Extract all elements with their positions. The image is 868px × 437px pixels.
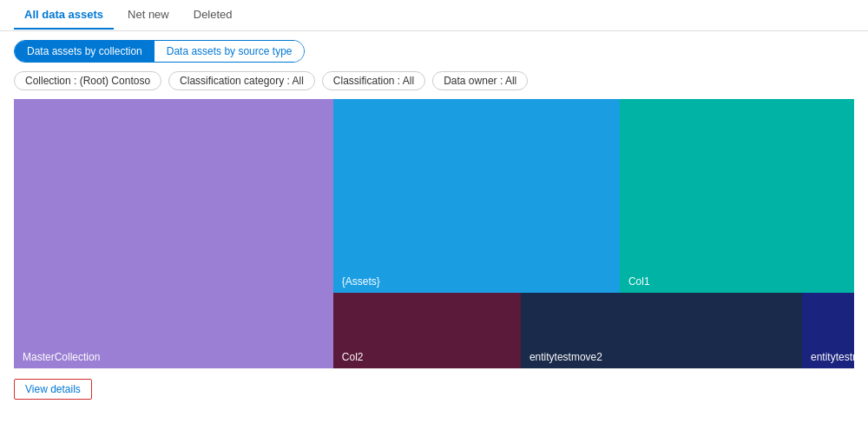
block-col1[interactable]: Col1 [620, 99, 854, 293]
block-col1-label: Col1 [628, 275, 650, 288]
filter-classification[interactable]: Classification : All [322, 71, 425, 90]
block-col2-label: Col2 [342, 351, 364, 363]
toggle-by-collection[interactable]: Data assets by collection [15, 41, 155, 62]
block-assets-label: {Assets} [342, 275, 380, 288]
filter-classification-category[interactable]: Classification category : All [168, 71, 315, 90]
controls-row: Data assets by collection Data assets by… [0, 31, 868, 71]
block-entity2[interactable]: entitytestmove2 [521, 293, 802, 368]
treemap-area: MasterCollection {Assets} Col1 Col2 enti… [14, 99, 854, 368]
top-tabs: All data assets Net new Deleted [0, 0, 868, 31]
view-toggle: Data assets by collection Data assets by… [14, 40, 305, 63]
block-entity2-label: entitytestmove2 [529, 351, 602, 363]
block-entitymov[interactable]: entitytestmov... [802, 293, 854, 368]
tab-net-new[interactable]: Net new [117, 1, 180, 30]
filter-collection[interactable]: Collection : (Root) Contoso [14, 71, 161, 90]
block-col2[interactable]: Col2 [333, 293, 521, 368]
tab-deleted[interactable]: Deleted [183, 1, 243, 30]
block-master-label: MasterCollection [23, 351, 100, 363]
right-bottom: Col2 entitytestmove2 entitytestmov... [333, 293, 854, 368]
right-side: {Assets} Col1 Col2 entitytestmove2 entit… [333, 99, 854, 368]
right-top: {Assets} Col1 [333, 99, 854, 293]
block-entitymov-label: entitytestmov... [811, 351, 854, 363]
tab-all-data-assets[interactable]: All data assets [14, 1, 114, 30]
filter-row: Collection : (Root) Contoso Classificati… [0, 71, 868, 99]
view-details-button[interactable]: View details [14, 379, 92, 400]
block-assets[interactable]: {Assets} [333, 99, 620, 293]
filter-data-owner[interactable]: Data owner : All [432, 71, 528, 90]
treemap-container: MasterCollection {Assets} Col1 Col2 enti… [14, 99, 854, 368]
toggle-by-source-type[interactable]: Data assets by source type [155, 41, 305, 62]
block-master-collection[interactable]: MasterCollection [14, 99, 333, 368]
view-details-row: View details [0, 368, 868, 410]
